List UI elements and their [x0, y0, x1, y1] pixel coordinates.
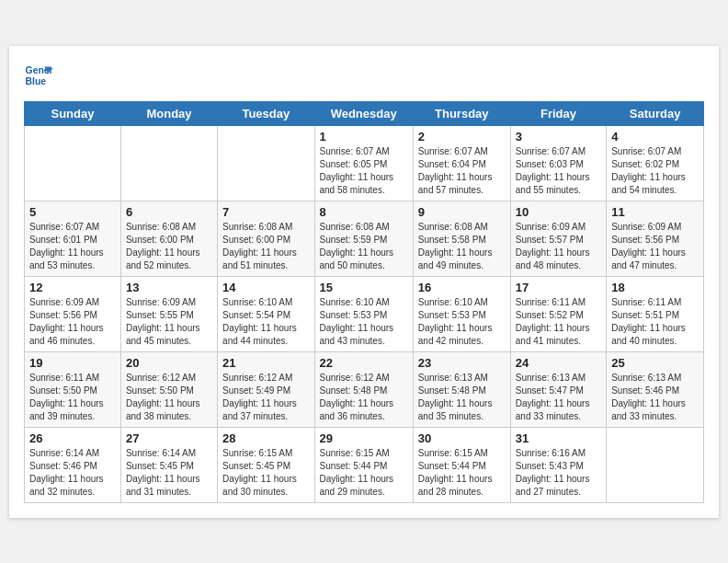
day-info: Sunrise: 6:11 AM Sunset: 5:52 PM Dayligh… [516, 296, 601, 348]
day-number: 11 [611, 205, 699, 219]
day-info: Sunrise: 6:08 AM Sunset: 5:58 PM Dayligh… [418, 221, 506, 272]
calendar-cell: 9 Sunrise: 6:08 AM Sunset: 5:58 PM Dayli… [413, 201, 510, 276]
day-info: Sunrise: 6:12 AM Sunset: 5:50 PM Dayligh… [126, 372, 212, 423]
calendar-cell: 5 Sunrise: 6:07 AM Sunset: 6:01 PM Dayli… [25, 201, 121, 276]
day-info: Sunrise: 6:09 AM Sunset: 5:56 PM Dayligh… [29, 296, 116, 348]
calendar-cell [25, 125, 121, 201]
day-number: 17 [516, 281, 601, 294]
day-number: 23 [418, 356, 506, 370]
day-number: 2 [418, 130, 506, 144]
day-number: 29 [320, 431, 408, 445]
calendar-cell: 12 Sunrise: 6:09 AM Sunset: 5:56 PM Dayl… [25, 276, 121, 351]
day-number: 4 [611, 130, 699, 144]
day-info: Sunrise: 6:12 AM Sunset: 5:48 PM Dayligh… [320, 372, 408, 423]
calendar-cell [120, 125, 217, 201]
day-info: Sunrise: 6:14 AM Sunset: 5:46 PM Dayligh… [29, 447, 116, 499]
day-number: 7 [222, 205, 309, 219]
weekday-header: Thursday [413, 101, 510, 125]
calendar-cell: 24 Sunrise: 6:13 AM Sunset: 5:47 PM Dayl… [510, 351, 606, 427]
calendar-cell: 16 Sunrise: 6:10 AM Sunset: 5:53 PM Dayl… [413, 276, 510, 351]
calendar-cell: 25 Sunrise: 6:13 AM Sunset: 5:46 PM Dayl… [607, 351, 704, 427]
day-number: 28 [222, 431, 309, 445]
day-number: 13 [126, 281, 212, 294]
calendar-cell: 28 Sunrise: 6:15 AM Sunset: 5:45 PM Dayl… [218, 427, 314, 502]
calendar-cell: 13 Sunrise: 6:09 AM Sunset: 5:55 PM Dayl… [120, 276, 217, 351]
calendar-cell: 18 Sunrise: 6:11 AM Sunset: 5:51 PM Dayl… [607, 276, 704, 351]
calendar-week-row: 26 Sunrise: 6:14 AM Sunset: 5:46 PM Dayl… [25, 427, 704, 502]
day-info: Sunrise: 6:10 AM Sunset: 5:53 PM Dayligh… [320, 296, 408, 348]
day-info: Sunrise: 6:08 AM Sunset: 6:00 PM Dayligh… [126, 221, 212, 272]
day-info: Sunrise: 6:08 AM Sunset: 6:00 PM Dayligh… [222, 221, 309, 272]
calendar-cell: 7 Sunrise: 6:08 AM Sunset: 6:00 PM Dayli… [218, 201, 314, 276]
calendar-cell: 26 Sunrise: 6:14 AM Sunset: 5:46 PM Dayl… [25, 427, 121, 502]
calendar-cell: 6 Sunrise: 6:08 AM Sunset: 6:00 PM Dayli… [120, 201, 217, 276]
day-number: 14 [222, 281, 309, 294]
calendar-cell [607, 427, 704, 502]
calendar-cell: 15 Sunrise: 6:10 AM Sunset: 5:53 PM Dayl… [314, 276, 413, 351]
day-info: Sunrise: 6:07 AM Sunset: 6:05 PM Dayligh… [320, 145, 408, 197]
calendar-week-row: 19 Sunrise: 6:11 AM Sunset: 5:50 PM Dayl… [25, 351, 704, 427]
day-info: Sunrise: 6:12 AM Sunset: 5:49 PM Dayligh… [222, 372, 309, 423]
day-info: Sunrise: 6:07 AM Sunset: 6:03 PM Dayligh… [516, 145, 601, 197]
day-number: 3 [516, 130, 601, 144]
day-info: Sunrise: 6:15 AM Sunset: 5:45 PM Dayligh… [222, 447, 309, 499]
calendar-cell: 31 Sunrise: 6:16 AM Sunset: 5:43 PM Dayl… [510, 427, 606, 502]
day-number: 25 [611, 356, 699, 370]
calendar-week-row: 1 Sunrise: 6:07 AM Sunset: 6:05 PM Dayli… [25, 125, 704, 201]
day-number: 6 [126, 205, 212, 219]
calendar-week-row: 12 Sunrise: 6:09 AM Sunset: 5:56 PM Dayl… [25, 276, 704, 351]
logo-icon: General Blue [24, 61, 53, 90]
weekday-header: Saturday [607, 101, 704, 125]
day-info: Sunrise: 6:13 AM Sunset: 5:46 PM Dayligh… [611, 372, 699, 423]
day-info: Sunrise: 6:15 AM Sunset: 5:44 PM Dayligh… [418, 447, 506, 499]
calendar-cell: 10 Sunrise: 6:09 AM Sunset: 5:57 PM Dayl… [510, 201, 606, 276]
day-info: Sunrise: 6:07 AM Sunset: 6:02 PM Dayligh… [611, 145, 699, 197]
logo: General Blue [24, 61, 53, 90]
calendar-cell: 2 Sunrise: 6:07 AM Sunset: 6:04 PM Dayli… [413, 125, 510, 201]
day-info: Sunrise: 6:07 AM Sunset: 6:04 PM Dayligh… [418, 145, 506, 197]
calendar-table: SundayMondayTuesdayWednesdayThursdayFrid… [24, 101, 704, 503]
day-number: 16 [418, 281, 506, 294]
calendar-cell: 11 Sunrise: 6:09 AM Sunset: 5:56 PM Dayl… [607, 201, 704, 276]
day-info: Sunrise: 6:13 AM Sunset: 5:48 PM Dayligh… [418, 372, 506, 423]
calendar-cell: 27 Sunrise: 6:14 AM Sunset: 5:45 PM Dayl… [120, 427, 217, 502]
day-number: 15 [320, 281, 408, 294]
calendar-cell: 20 Sunrise: 6:12 AM Sunset: 5:50 PM Dayl… [120, 351, 217, 427]
day-info: Sunrise: 6:13 AM Sunset: 5:47 PM Dayligh… [516, 372, 601, 423]
day-number: 24 [516, 356, 601, 370]
day-info: Sunrise: 6:11 AM Sunset: 5:50 PM Dayligh… [29, 372, 116, 423]
calendar-week-row: 5 Sunrise: 6:07 AM Sunset: 6:01 PM Dayli… [25, 201, 704, 276]
day-number: 26 [29, 431, 116, 445]
weekday-header: Wednesday [314, 101, 413, 125]
day-number: 31 [516, 431, 601, 445]
calendar-cell: 4 Sunrise: 6:07 AM Sunset: 6:02 PM Dayli… [607, 125, 704, 201]
day-number: 21 [222, 356, 309, 370]
day-info: Sunrise: 6:09 AM Sunset: 5:57 PM Dayligh… [516, 221, 601, 272]
calendar-cell: 17 Sunrise: 6:11 AM Sunset: 5:52 PM Dayl… [510, 276, 606, 351]
day-info: Sunrise: 6:08 AM Sunset: 5:59 PM Dayligh… [320, 221, 408, 272]
weekday-header: Monday [120, 101, 217, 125]
day-number: 9 [418, 205, 506, 219]
day-number: 10 [516, 205, 601, 219]
day-number: 5 [29, 205, 116, 219]
day-info: Sunrise: 6:11 AM Sunset: 5:51 PM Dayligh… [611, 296, 699, 348]
day-number: 19 [29, 356, 116, 370]
calendar-cell: 14 Sunrise: 6:10 AM Sunset: 5:54 PM Dayl… [218, 276, 314, 351]
calendar-cell: 19 Sunrise: 6:11 AM Sunset: 5:50 PM Dayl… [25, 351, 121, 427]
calendar-cell: 8 Sunrise: 6:08 AM Sunset: 5:59 PM Dayli… [314, 201, 413, 276]
day-info: Sunrise: 6:09 AM Sunset: 5:56 PM Dayligh… [611, 221, 699, 272]
day-number: 20 [126, 356, 212, 370]
day-info: Sunrise: 6:10 AM Sunset: 5:54 PM Dayligh… [222, 296, 309, 348]
day-number: 22 [320, 356, 408, 370]
calendar-cell: 21 Sunrise: 6:12 AM Sunset: 5:49 PM Dayl… [218, 351, 314, 427]
calendar-container: General Blue SundayMondayTuesdayWednesda… [9, 46, 719, 518]
weekday-header: Tuesday [218, 101, 314, 125]
calendar-cell: 3 Sunrise: 6:07 AM Sunset: 6:03 PM Dayli… [510, 125, 606, 201]
day-number: 18 [611, 281, 699, 294]
calendar-cell: 29 Sunrise: 6:15 AM Sunset: 5:44 PM Dayl… [314, 427, 413, 502]
weekday-header: Friday [510, 101, 606, 125]
day-info: Sunrise: 6:16 AM Sunset: 5:43 PM Dayligh… [516, 447, 601, 499]
calendar-cell: 23 Sunrise: 6:13 AM Sunset: 5:48 PM Dayl… [413, 351, 510, 427]
day-info: Sunrise: 6:07 AM Sunset: 6:01 PM Dayligh… [29, 221, 116, 272]
day-number: 27 [126, 431, 212, 445]
